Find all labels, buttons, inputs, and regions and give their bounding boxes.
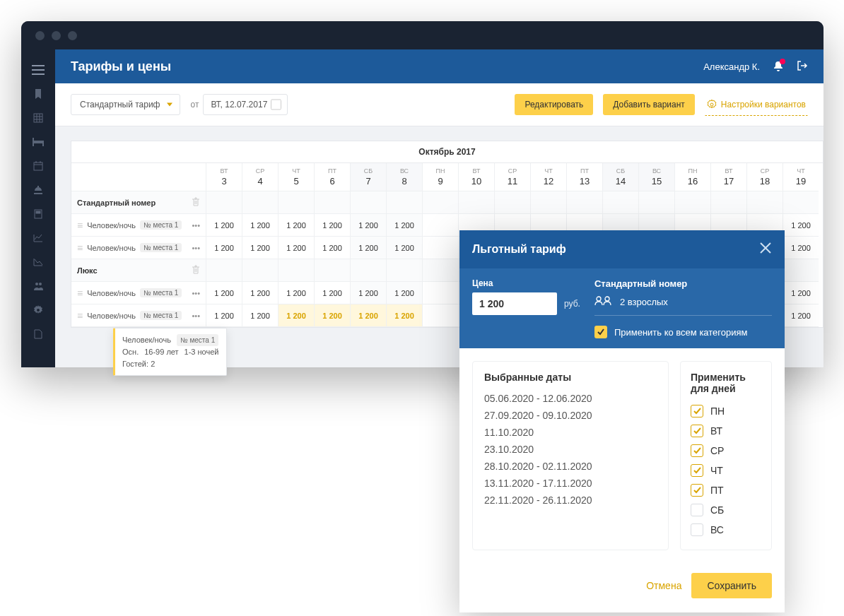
sidebar-toggle[interactable] <box>21 58 55 82</box>
price-cell[interactable]: 1 200 <box>387 282 422 304</box>
day-header[interactable]: СБ7 <box>351 163 386 191</box>
more-icon[interactable]: ••• <box>192 312 200 320</box>
price-cell[interactable]: 1 200 <box>351 214 386 237</box>
price-cell[interactable]: 1 200 <box>279 237 314 259</box>
day-header[interactable]: СР18 <box>747 163 783 191</box>
price-cell[interactable]: 1 200 <box>783 214 819 237</box>
day-header[interactable]: ВТ3 <box>206 163 242 191</box>
price-cell[interactable]: 1 200 <box>783 282 819 304</box>
user-name[interactable]: Александр К. <box>703 61 760 72</box>
price-cell[interactable]: 1 200 <box>315 214 350 237</box>
date-from-input[interactable]: ВТ, 12.07.2017 <box>203 94 288 115</box>
price-cell[interactable]: 1 200 <box>279 282 314 304</box>
tariff-select[interactable]: Стандартный тариф <box>71 94 180 115</box>
day-header[interactable]: ВТ17 <box>711 163 746 191</box>
delete-icon[interactable] <box>192 197 200 208</box>
day-header[interactable]: ПТ13 <box>567 163 602 191</box>
day-header[interactable]: ЧТ5 <box>279 163 314 191</box>
delete-icon[interactable] <box>192 265 200 276</box>
weekday-checkbox-row[interactable]: ЧТ <box>691 461 761 480</box>
more-icon[interactable]: ••• <box>192 221 200 230</box>
cancel-button[interactable]: Отмена <box>646 580 681 591</box>
price-cell[interactable]: 1 200 <box>242 282 278 304</box>
day-header[interactable]: ПТ6 <box>315 163 350 191</box>
price-cell[interactable]: 1 200 <box>315 282 350 304</box>
day-header[interactable]: ВС8 <box>387 163 422 191</box>
modal-close-button[interactable] <box>759 240 772 259</box>
checkbox[interactable] <box>691 484 703 497</box>
price-cell[interactable] <box>423 304 458 327</box>
price-cell[interactable]: 1 200 <box>206 304 242 327</box>
notifications-icon[interactable] <box>773 60 784 73</box>
weekday-checkbox-row[interactable]: СБ <box>691 500 761 520</box>
price-input[interactable] <box>472 292 557 315</box>
day-header[interactable]: ЧТ19 <box>783 163 819 191</box>
day-header[interactable]: ВС15 <box>639 163 674 191</box>
drag-handle-icon[interactable]: ≡ <box>77 288 83 299</box>
price-row-label[interactable]: ≡Человек/ночь№ места 1••• <box>71 237 206 259</box>
checkbox[interactable] <box>691 425 703 437</box>
price-cell[interactable]: 1 200 <box>387 237 422 259</box>
day-header[interactable]: ПН16 <box>675 163 710 191</box>
day-header[interactable]: ЧТ12 <box>531 163 566 191</box>
sidebar-item-doc[interactable] <box>21 322 55 346</box>
add-variant-button[interactable]: Добавить вариант <box>603 94 694 115</box>
price-cell[interactable]: 1 200 <box>242 304 278 327</box>
weekday-checkbox-row[interactable]: СР <box>691 441 761 461</box>
price-cell[interactable]: 1 200 <box>206 214 242 237</box>
price-cell[interactable]: 1 200 <box>351 237 386 259</box>
drag-handle-icon[interactable]: ≡ <box>77 310 83 321</box>
price-cell[interactable]: 1 200 <box>351 282 386 304</box>
sidebar-item-settings[interactable] <box>21 298 55 322</box>
price-cell[interactable]: 1 200 <box>315 304 350 327</box>
price-cell[interactable]: 1 200 <box>783 304 819 327</box>
price-row-label[interactable]: ≡Человек/ночь№ места 1••• <box>71 304 206 327</box>
sidebar-item-users[interactable] <box>21 274 55 298</box>
price-cell[interactable]: 1 200 <box>242 237 278 259</box>
checkbox[interactable] <box>691 444 703 457</box>
price-cell[interactable]: 1 200 <box>242 214 278 237</box>
sidebar-item-service[interactable] <box>21 178 55 202</box>
checkbox[interactable] <box>691 504 703 516</box>
price-cell[interactable]: 1 200 <box>783 237 819 259</box>
edit-button[interactable]: Редактировать <box>515 94 593 115</box>
save-button[interactable]: Сохранить <box>691 573 772 598</box>
checkbox[interactable] <box>691 464 703 477</box>
checkbox[interactable] <box>691 523 703 536</box>
day-header[interactable]: СР11 <box>495 163 530 191</box>
sidebar-item-bed[interactable] <box>21 130 55 154</box>
price-cell[interactable]: 1 200 <box>387 304 422 327</box>
price-cell[interactable]: 1 200 <box>279 304 314 327</box>
sidebar-item-grid[interactable] <box>21 106 55 130</box>
sidebar-item-calculator[interactable] <box>21 202 55 226</box>
day-header[interactable]: ВТ10 <box>459 163 494 191</box>
price-cell[interactable] <box>423 282 458 304</box>
price-cell[interactable]: 1 200 <box>387 214 422 237</box>
day-header[interactable]: СР4 <box>242 163 278 191</box>
more-icon[interactable]: ••• <box>192 244 200 252</box>
checkbox[interactable] <box>691 405 703 417</box>
sidebar-item-calendar[interactable] <box>21 154 55 178</box>
weekday-checkbox-row[interactable]: ВС <box>691 520 761 540</box>
price-cell[interactable]: 1 200 <box>206 237 242 259</box>
price-cell[interactable]: 1 200 <box>206 282 242 304</box>
more-icon[interactable]: ••• <box>192 289 200 297</box>
price-cell[interactable]: 1 200 <box>315 237 350 259</box>
sidebar-item-chart-down[interactable] <box>21 250 55 274</box>
price-cell[interactable]: 1 200 <box>351 304 386 327</box>
price-cell[interactable]: 1 200 <box>279 214 314 237</box>
day-header[interactable]: ПН9 <box>423 163 458 191</box>
drag-handle-icon[interactable]: ≡ <box>77 242 83 254</box>
variant-settings-link[interactable]: Настройки вариантов <box>705 93 808 116</box>
sidebar-item-chart-line[interactable] <box>21 226 55 250</box>
weekday-checkbox-row[interactable]: ВТ <box>691 421 761 441</box>
price-row-label[interactable]: ≡Человек/ночь№ места 1••• <box>71 282 206 304</box>
apply-all-checkbox[interactable] <box>594 326 607 338</box>
drag-handle-icon[interactable]: ≡ <box>77 220 83 231</box>
day-header[interactable]: СБ14 <box>603 163 638 191</box>
logout-icon[interactable] <box>797 60 808 73</box>
price-cell[interactable] <box>423 237 458 259</box>
sidebar-item-bookmark[interactable] <box>21 82 55 106</box>
price-row-label[interactable]: ≡Человек/ночь№ места 1••• <box>71 214 206 237</box>
weekday-checkbox-row[interactable]: ПН <box>691 401 761 421</box>
